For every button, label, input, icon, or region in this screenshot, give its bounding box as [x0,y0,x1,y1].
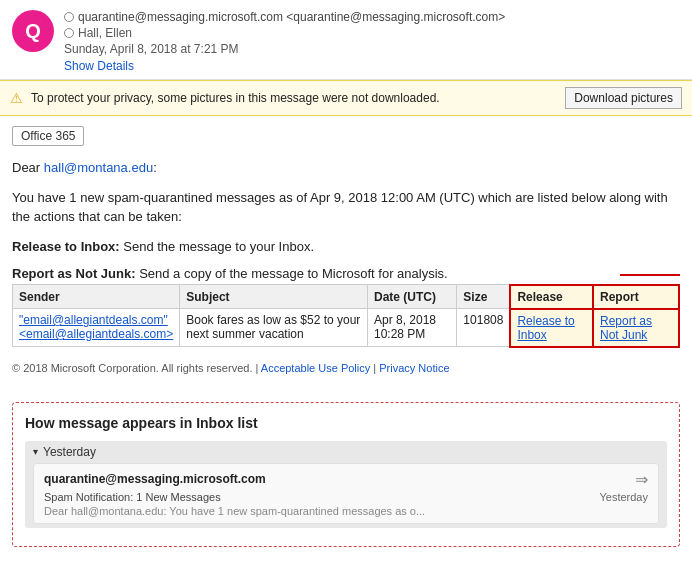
show-details-link[interactable]: Show Details [64,59,134,73]
inbox-preview-snippet: Dear hall@montana.edu: You have 1 new sp… [44,505,648,517]
cell-release: Release to Inbox [510,309,593,347]
footer-text: © 2018 Microsoft Corporation. All rights… [12,362,261,374]
email-from: quarantine@messaging.microsoft.com <quar… [64,10,680,24]
intro-paragraph: You have 1 new spam-quarantined messages… [12,188,680,227]
from-address: quarantine@messaging.microsoft.com <quar… [78,10,505,24]
col-report: Report [593,285,679,309]
col-sender: Sender [13,285,180,309]
greeting-colon: : [153,160,157,175]
quarantine-table: Sender Subject Date (UTC) Size Release R… [12,284,680,348]
privacy-bar: ⚠ To protect your privacy, some pictures… [0,80,692,116]
table-wrapper: Sender Subject Date (UTC) Size Release R… [12,284,680,348]
to-name: Hall, Ellen [78,26,132,40]
cell-subject: Book fares as low as $52 to your next su… [180,309,368,347]
report-text: Send a copy of the message to Microsoft … [136,266,448,281]
cell-sender: "email@allegiantdeals.com" <email@allegi… [13,309,180,347]
office-365-tag: Office 365 [12,126,84,146]
email-meta: quarantine@messaging.microsoft.com <quar… [64,10,680,73]
email-body: Office 365 Dear hall@montana.edu: You ha… [0,116,692,394]
email-footer: © 2018 Microsoft Corporation. All rights… [12,358,680,384]
inbox-preview-box: How message appears in Inbox list ▾ Yest… [12,402,680,547]
table-row: "email@allegiantdeals.com" <email@allegi… [13,309,680,347]
acceptable-use-link[interactable]: Acceptable Use Policy [261,362,370,374]
inbox-item: quarantine@messaging.microsoft.com ⇒ Spa… [33,463,659,524]
report-bold: Report as Not Junk: [12,266,136,281]
inbox-group-name: Yesterday [43,445,96,459]
chevron-down-icon: ▾ [33,446,38,457]
footer-sep: | [370,362,379,374]
email-date: Sunday, April 8, 2018 at 7:21 PM [64,42,680,56]
inbox-subject-row: Spam Notification: 1 New Messages Yester… [44,491,648,503]
warning-icon: ⚠ [10,90,23,106]
inbox-subject-text: Spam Notification: 1 New Messages [44,491,221,503]
privacy-text: To protect your privacy, some pictures i… [31,91,557,105]
greeting-email[interactable]: hall@montana.edu [44,160,153,175]
greeting-line: Dear hall@montana.edu: [12,158,680,178]
report-section: Report as Not Junk: Send a copy of the m… [12,264,680,284]
release-bold: Release to Inbox: [12,239,120,254]
release-section: Release to Inbox: Send the message to yo… [12,237,680,257]
email-header: Q quarantine@messaging.microsoft.com <qu… [0,0,692,80]
col-size: Size [457,285,511,309]
sender-link2[interactable]: <email@allegiantdeals.com> [19,327,173,341]
inbox-group: ▾ Yesterday quarantine@messaging.microso… [25,441,667,528]
circle-icon [64,12,74,22]
inbox-item-row1: quarantine@messaging.microsoft.com ⇒ [44,470,648,489]
greeting-text: Dear [12,160,44,175]
forward-arrow-icon: ⇒ [635,470,648,489]
release-inbox-link[interactable]: Release to Inbox [517,314,574,342]
col-date: Date (UTC) [367,285,456,309]
inbox-group-label: ▾ Yesterday [33,445,659,459]
release-text: Send the message to your Inbox. [120,239,314,254]
privacy-notice-link[interactable]: Privacy Notice [379,362,449,374]
red-line-decoration [620,274,680,276]
col-release: Release [510,285,593,309]
report-not-junk-link[interactable]: Report as Not Junk [600,314,652,342]
email-to: Hall, Ellen [64,26,680,40]
to-circle-icon [64,28,74,38]
sender-link1[interactable]: "email@allegiantdeals.com" [19,313,168,327]
cell-report: Report as Not Junk [593,309,679,347]
cell-size: 101808 [457,309,511,347]
inbox-preview-title: How message appears in Inbox list [25,415,667,431]
col-subject: Subject [180,285,368,309]
inbox-date: Yesterday [599,491,648,503]
cell-date: Apr 8, 2018 10:28 PM [367,309,456,347]
inbox-sender: quarantine@messaging.microsoft.com [44,472,266,486]
download-pictures-button[interactable]: Download pictures [565,87,682,109]
avatar: Q [12,10,54,52]
